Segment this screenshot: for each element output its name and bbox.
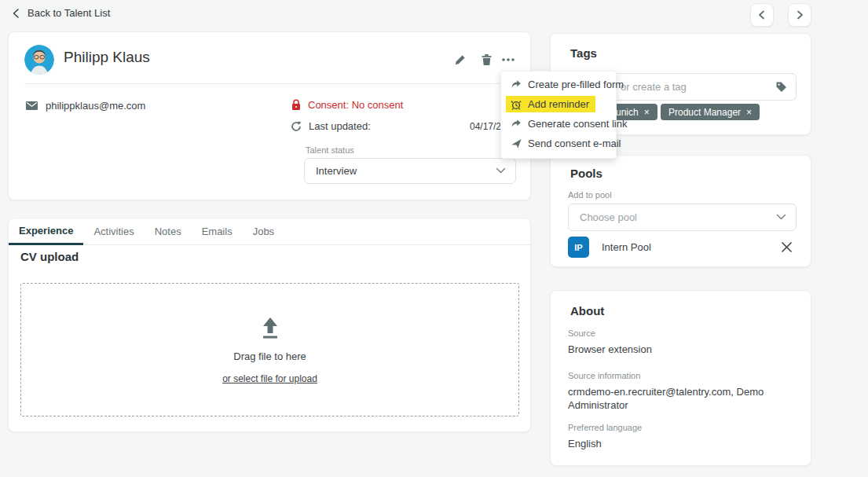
tab-activities[interactable]: Activities [83,218,144,244]
remove-tag-icon[interactable]: × [644,107,650,118]
remove-pool-button[interactable] [778,239,795,255]
tags-title: Tags [570,46,597,60]
preferred-language-label: Preferred language [568,423,780,432]
delete-talent-button[interactable] [478,51,495,68]
talent-email: philippklaus@me.com [46,100,145,112]
choose-pool-select[interactable]: Choose pool [568,204,797,231]
remove-tag-icon[interactable]: × [746,107,752,118]
previous-talent-button[interactable] [750,3,774,27]
pencil-icon [454,53,467,66]
select-file-link[interactable]: or select file for upload [222,373,317,384]
cv-dropzone[interactable]: Drag file to here or select file for upl… [20,283,519,416]
source-information-field: Source information crmdemo-en.recruiter@… [568,371,780,412]
next-talent-button[interactable] [788,3,811,27]
chevron-right-icon [795,9,804,20]
add-to-pool-label: Add to pool [568,190,612,200]
tag-label: Product Manager [668,107,741,118]
forward-arrow-icon [511,119,522,129]
drag-file-text: Drag file to here [233,350,306,362]
source-information-value: crmdemo-en.recruiter@talentry.com, Demo … [568,385,780,412]
more-actions-button[interactable] [500,51,517,68]
close-icon [780,240,793,254]
pool-initials-badge: IP [568,237,589,258]
ellipsis-icon [501,57,515,62]
forward-arrow-icon [511,79,522,90]
back-to-talent-list-link[interactable]: Back to Talent List [11,7,110,19]
last-updated-row: Last updated: [291,120,371,132]
chevron-down-icon [776,214,786,221]
menu-item-add-reminder[interactable]: Add reminder [501,94,616,114]
menu-item-label: Generate consent link [528,118,627,130]
choose-pool-placeholder: Choose pool [580,211,637,223]
lock-icon [291,99,301,111]
pools-title: Pools [570,167,602,180]
menu-item-label: Add reminder [528,98,589,110]
about-card: About Source Browser extension Source in… [550,290,811,466]
pool-item-intern-pool: IP Intern Pool [568,237,795,258]
header-divider [24,83,515,84]
chevron-down-icon [496,167,506,174]
profile-card: Philipp Klaus philippklaus@me.com [8,31,531,200]
chevron-left-icon [757,9,767,20]
highlighted-menu-item: Add reminder [506,96,595,112]
preferred-language-value: English [568,437,780,450]
talent-name: Philipp Klaus [64,49,150,66]
consent-text: Consent: No consent [308,99,403,111]
trash-icon [481,53,493,66]
pools-card: Pools Add to pool Choose pool IP Intern … [550,155,811,267]
tag-pill-product-manager: Product Manager × [661,104,760,120]
menu-item-label: Send consent e-mail [528,138,621,149]
menu-item-send-consent-email[interactable]: Send consent e-mail [501,134,616,153]
more-actions-menu: Create pre-filled form Add reminder Gene… [500,71,617,159]
last-updated-label: Last updated: [309,120,371,132]
talent-status-label: Talent status [306,145,354,155]
about-title: About [570,304,604,317]
avatar [24,45,54,75]
back-link-label: Back to Talent List [27,7,110,19]
tab-emails[interactable]: Emails [192,218,243,244]
envelope-icon [26,101,38,110]
chevron-left-icon [11,8,21,19]
experience-card: Experience Activities Notes Emails Jobs … [8,218,531,432]
email-row: philippklaus@me.com [26,100,145,112]
consent-status: Consent: No consent [291,99,403,111]
source-information-label: Source information [568,371,780,380]
menu-item-generate-consent-link[interactable]: Generate consent link [501,114,616,134]
edit-talent-button[interactable] [452,51,469,68]
talent-profile-page: Back to Talent List Philipp Klaus [0,0,868,477]
pool-name: Intern Pool [602,241,778,253]
source-field: Source Browser extension [568,328,780,356]
refresh-icon [291,121,302,132]
alarm-clock-icon [511,99,522,110]
cv-upload-title: CV upload [20,250,79,263]
talent-status-select[interactable]: Interview [304,158,516,184]
source-value: Browser extension [568,343,780,356]
menu-item-label: Create pre-filled form [528,79,624,90]
source-label: Source [568,328,780,338]
preferred-language-field: Preferred language English [568,423,780,450]
last-updated-date: 04/17/2 [425,121,501,132]
menu-item-create-pre-filled-form[interactable]: Create pre-filled form [501,75,616,94]
paper-plane-icon [511,138,522,149]
tab-notes[interactable]: Notes [145,218,192,244]
tag-icon [775,80,788,94]
tab-jobs[interactable]: Jobs [243,218,284,244]
tab-experience[interactable]: Experience [9,218,83,245]
talent-status-value: Interview [316,165,357,177]
tab-bar: Experience Activities Notes Emails Jobs [9,218,530,245]
upload-icon [256,316,284,339]
